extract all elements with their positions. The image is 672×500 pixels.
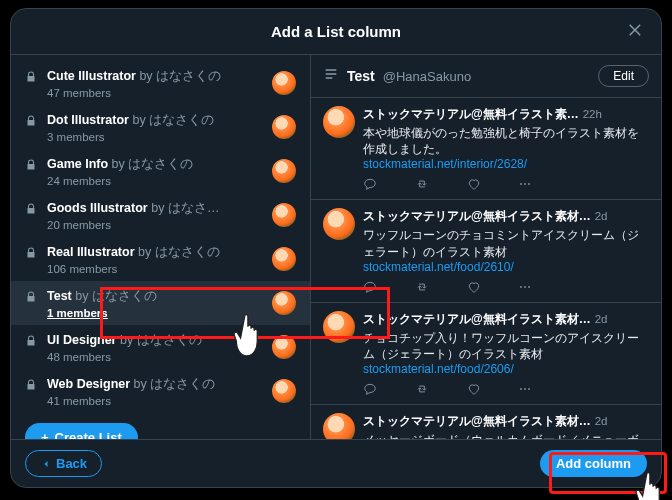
list-name: UI Designer <box>47 333 116 347</box>
tweet-body: ストックマテリアル@無料イラスト素材…2dチョコチップ入り！ワッフルコーンのアイ… <box>363 311 649 396</box>
tweet-body: ストックマテリアル@無料イラスト素…22h本や地球儀がのった勉強机と椅子のイラス… <box>363 106 649 191</box>
list-icon <box>323 66 339 86</box>
list-members: 106 members <box>47 263 262 275</box>
lists-panel[interactable]: Cute Illustrator by はなさくの47 membersDot I… <box>11 55 311 439</box>
more-icon[interactable]: ⋯ <box>519 280 533 294</box>
list-item[interactable]: UI Designer by はなさくの48 members <box>11 325 310 369</box>
avatar <box>323 413 355 439</box>
tweet-body: ストックマテリアル@無料イラスト素材…2dワッフルコーンのチョコミントアイスクリ… <box>363 208 649 293</box>
lock-icon <box>25 157 37 175</box>
tweet-time: 2d <box>595 415 608 427</box>
arrow-left-icon <box>40 458 52 470</box>
list-text: Game Info by はなさくの24 members <box>47 156 262 187</box>
retweet-icon[interactable] <box>415 177 429 191</box>
lock-icon <box>25 113 37 131</box>
tweet-text: メッセージボード（ウェルカムボード／メニューボード／黒板／看板）のイラスト素材 <box>363 432 649 439</box>
list-text: Goods Illustrator by はなさ…20 members <box>47 200 262 231</box>
retweet-icon[interactable] <box>415 280 429 294</box>
lock-icon <box>25 247 37 259</box>
list-by: by <box>134 377 147 391</box>
list-name: Test <box>47 289 72 303</box>
dialog-body: Cute Illustrator by はなさくの47 membersDot I… <box>11 55 661 439</box>
list-name: Dot Illustrator <box>47 113 129 127</box>
tweet-actions: ⋯ <box>363 280 649 294</box>
tweet-time: 22h <box>583 108 602 120</box>
tweet-actions: ⋯ <box>363 382 649 396</box>
lock-icon <box>25 115 37 127</box>
preview-panel: Test @HanaSakuno Edit ストックマテリアル@無料イラスト素…… <box>311 55 661 439</box>
avatar <box>272 71 296 95</box>
list-name: Cute Illustrator <box>47 69 136 83</box>
list-item[interactable]: Dot Illustrator by はなさくの3 members <box>11 105 310 149</box>
avatar <box>272 159 296 183</box>
close-button[interactable] <box>627 21 647 41</box>
list-author: はなさくの <box>92 289 157 303</box>
lock-icon <box>25 333 37 351</box>
create-list-button[interactable]: +Create List <box>25 423 138 439</box>
preview-header: Test @HanaSakuno Edit <box>311 55 661 98</box>
list-members: 1 members <box>47 307 262 319</box>
tweet-user: ストックマテリアル@無料イラスト素材… <box>363 311 591 328</box>
dialog-header: Add a List column <box>11 9 661 55</box>
tweet[interactable]: ストックマテリアル@無料イラスト素材…2dワッフルコーンのチョコミントアイスクリ… <box>311 200 661 302</box>
list-text: Dot Illustrator by はなさくの3 members <box>47 112 262 143</box>
tweet[interactable]: ストックマテリアル@無料イラスト素材…2dチョコチップ入り！ワッフルコーンのアイ… <box>311 303 661 405</box>
like-icon[interactable] <box>467 382 481 396</box>
list-by: by <box>75 289 88 303</box>
like-icon[interactable] <box>467 280 481 294</box>
list-item[interactable]: Goods Illustrator by はなさ…20 members <box>11 193 310 237</box>
avatar <box>323 208 355 240</box>
list-item[interactable]: Game Info by はなさくの24 members <box>11 149 310 193</box>
avatar <box>323 106 355 138</box>
lock-icon <box>25 159 37 171</box>
tweet[interactable]: ストックマテリアル@無料イラスト素…22h本や地球儀がのった勉強机と椅子のイラス… <box>311 98 661 200</box>
list-item[interactable]: Web Designer by はなさくの41 members <box>11 369 310 413</box>
list-members: 3 members <box>47 131 262 143</box>
tweet[interactable]: ストックマテリアル@無料イラスト素材…2dメッセージボード（ウェルカムボード／メ… <box>311 405 661 439</box>
tweets-list[interactable]: ストックマテリアル@無料イラスト素…22h本や地球儀がのった勉強机と椅子のイラス… <box>311 98 661 439</box>
dialog-footer: Back Add column <box>11 439 661 487</box>
tweet-user: ストックマテリアル@無料イラスト素… <box>363 106 579 123</box>
list-by: by <box>139 69 152 83</box>
reply-icon[interactable] <box>363 382 377 396</box>
list-text: UI Designer by はなさくの48 members <box>47 332 262 363</box>
tweet-link[interactable]: stockmaterial.net/food/2606/ <box>363 362 649 376</box>
list-members: 24 members <box>47 175 262 187</box>
list-item[interactable]: Cute Illustrator by はなさくの47 members <box>11 61 310 105</box>
tweet-text: ワッフルコーンのチョコミントアイスクリーム（ジェラート）のイラスト素材 <box>363 227 649 259</box>
tweet-link[interactable]: stockmaterial.net/interior/2628/ <box>363 157 649 171</box>
back-button[interactable]: Back <box>25 450 102 477</box>
more-icon[interactable]: ⋯ <box>519 382 533 396</box>
list-name: Goods Illustrator <box>47 201 148 215</box>
back-label: Back <box>56 456 87 471</box>
add-column-button[interactable]: Add column <box>540 450 647 477</box>
list-text: Cute Illustrator by はなさくの47 members <box>47 68 262 99</box>
like-icon[interactable] <box>467 177 481 191</box>
close-icon <box>627 21 645 39</box>
tweet-user: ストックマテリアル@無料イラスト素材… <box>363 208 591 225</box>
list-by: by <box>138 245 151 259</box>
edit-button[interactable]: Edit <box>598 65 649 87</box>
retweet-icon[interactable] <box>415 382 429 396</box>
reply-icon[interactable] <box>363 177 377 191</box>
reply-icon[interactable] <box>363 280 377 294</box>
tweet-link[interactable]: stockmaterial.net/food/2610/ <box>363 260 649 274</box>
avatar <box>272 247 296 271</box>
list-author: はなさくの <box>155 245 220 259</box>
lock-icon <box>25 245 37 263</box>
more-icon[interactable]: ⋯ <box>519 177 533 191</box>
list-author: はなさくの <box>149 113 214 127</box>
list-author: はなさくの <box>137 333 202 347</box>
lock-icon <box>25 71 37 83</box>
preview-title: Test <box>347 68 375 84</box>
list-item[interactable]: Test by はなさくの1 members <box>11 281 310 325</box>
lock-icon <box>25 377 37 395</box>
avatar <box>272 115 296 139</box>
tweet-text: 本や地球儀がのった勉強机と椅子のイラスト素材を作成しました。 <box>363 125 649 157</box>
avatar <box>272 203 296 227</box>
list-author: はなさくの <box>150 377 215 391</box>
lock-icon <box>25 335 37 347</box>
list-item[interactable]: Real Illustrator by はなさくの106 members <box>11 237 310 281</box>
list-name: Web Designer <box>47 377 130 391</box>
lock-icon <box>25 203 37 215</box>
